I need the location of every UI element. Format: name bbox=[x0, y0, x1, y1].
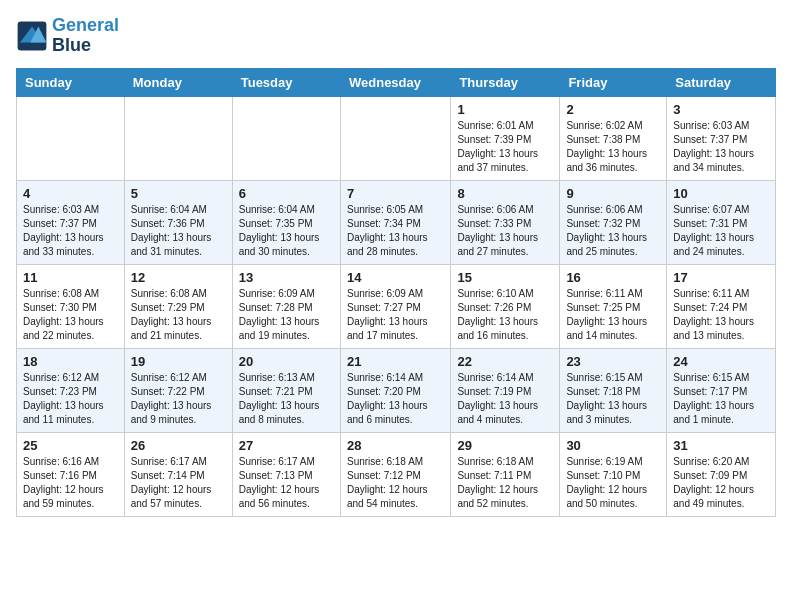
day-info: Sunrise: 6:09 AM Sunset: 7:27 PM Dayligh… bbox=[347, 287, 444, 343]
day-info: Sunrise: 6:03 AM Sunset: 7:37 PM Dayligh… bbox=[23, 203, 118, 259]
calendar-cell: 27Sunrise: 6:17 AM Sunset: 7:13 PM Dayli… bbox=[232, 432, 340, 516]
calendar-cell: 9Sunrise: 6:06 AM Sunset: 7:32 PM Daylig… bbox=[560, 180, 667, 264]
calendar-cell: 14Sunrise: 6:09 AM Sunset: 7:27 PM Dayli… bbox=[340, 264, 450, 348]
day-info: Sunrise: 6:10 AM Sunset: 7:26 PM Dayligh… bbox=[457, 287, 553, 343]
day-number: 14 bbox=[347, 270, 444, 285]
calendar-cell: 17Sunrise: 6:11 AM Sunset: 7:24 PM Dayli… bbox=[667, 264, 776, 348]
day-info: Sunrise: 6:08 AM Sunset: 7:29 PM Dayligh… bbox=[131, 287, 226, 343]
calendar-cell: 20Sunrise: 6:13 AM Sunset: 7:21 PM Dayli… bbox=[232, 348, 340, 432]
calendar-week-1: 1Sunrise: 6:01 AM Sunset: 7:39 PM Daylig… bbox=[17, 96, 776, 180]
calendar-cell: 19Sunrise: 6:12 AM Sunset: 7:22 PM Dayli… bbox=[124, 348, 232, 432]
day-number: 16 bbox=[566, 270, 660, 285]
day-info: Sunrise: 6:19 AM Sunset: 7:10 PM Dayligh… bbox=[566, 455, 660, 511]
day-number: 18 bbox=[23, 354, 118, 369]
day-number: 21 bbox=[347, 354, 444, 369]
calendar-cell: 6Sunrise: 6:04 AM Sunset: 7:35 PM Daylig… bbox=[232, 180, 340, 264]
calendar-cell: 5Sunrise: 6:04 AM Sunset: 7:36 PM Daylig… bbox=[124, 180, 232, 264]
day-number: 30 bbox=[566, 438, 660, 453]
day-info: Sunrise: 6:04 AM Sunset: 7:36 PM Dayligh… bbox=[131, 203, 226, 259]
calendar-cell bbox=[232, 96, 340, 180]
col-header-saturday: Saturday bbox=[667, 68, 776, 96]
calendar-cell: 4Sunrise: 6:03 AM Sunset: 7:37 PM Daylig… bbox=[17, 180, 125, 264]
day-number: 3 bbox=[673, 102, 769, 117]
day-number: 17 bbox=[673, 270, 769, 285]
day-number: 5 bbox=[131, 186, 226, 201]
day-info: Sunrise: 6:03 AM Sunset: 7:37 PM Dayligh… bbox=[673, 119, 769, 175]
col-header-wednesday: Wednesday bbox=[340, 68, 450, 96]
day-info: Sunrise: 6:04 AM Sunset: 7:35 PM Dayligh… bbox=[239, 203, 334, 259]
calendar-cell: 11Sunrise: 6:08 AM Sunset: 7:30 PM Dayli… bbox=[17, 264, 125, 348]
day-info: Sunrise: 6:11 AM Sunset: 7:25 PM Dayligh… bbox=[566, 287, 660, 343]
day-info: Sunrise: 6:06 AM Sunset: 7:33 PM Dayligh… bbox=[457, 203, 553, 259]
col-header-sunday: Sunday bbox=[17, 68, 125, 96]
calendar-week-2: 4Sunrise: 6:03 AM Sunset: 7:37 PM Daylig… bbox=[17, 180, 776, 264]
day-info: Sunrise: 6:05 AM Sunset: 7:34 PM Dayligh… bbox=[347, 203, 444, 259]
day-info: Sunrise: 6:15 AM Sunset: 7:17 PM Dayligh… bbox=[673, 371, 769, 427]
calendar-header-row: SundayMondayTuesdayWednesdayThursdayFrid… bbox=[17, 68, 776, 96]
day-number: 12 bbox=[131, 270, 226, 285]
calendar-cell: 24Sunrise: 6:15 AM Sunset: 7:17 PM Dayli… bbox=[667, 348, 776, 432]
day-info: Sunrise: 6:01 AM Sunset: 7:39 PM Dayligh… bbox=[457, 119, 553, 175]
day-number: 2 bbox=[566, 102, 660, 117]
calendar-cell: 30Sunrise: 6:19 AM Sunset: 7:10 PM Dayli… bbox=[560, 432, 667, 516]
day-number: 26 bbox=[131, 438, 226, 453]
day-number: 13 bbox=[239, 270, 334, 285]
day-number: 27 bbox=[239, 438, 334, 453]
day-info: Sunrise: 6:02 AM Sunset: 7:38 PM Dayligh… bbox=[566, 119, 660, 175]
day-number: 11 bbox=[23, 270, 118, 285]
calendar-cell: 22Sunrise: 6:14 AM Sunset: 7:19 PM Dayli… bbox=[451, 348, 560, 432]
day-info: Sunrise: 6:08 AM Sunset: 7:30 PM Dayligh… bbox=[23, 287, 118, 343]
calendar-cell: 1Sunrise: 6:01 AM Sunset: 7:39 PM Daylig… bbox=[451, 96, 560, 180]
day-info: Sunrise: 6:14 AM Sunset: 7:19 PM Dayligh… bbox=[457, 371, 553, 427]
day-info: Sunrise: 6:12 AM Sunset: 7:22 PM Dayligh… bbox=[131, 371, 226, 427]
calendar-cell bbox=[124, 96, 232, 180]
calendar-cell: 29Sunrise: 6:18 AM Sunset: 7:11 PM Dayli… bbox=[451, 432, 560, 516]
day-info: Sunrise: 6:06 AM Sunset: 7:32 PM Dayligh… bbox=[566, 203, 660, 259]
day-number: 23 bbox=[566, 354, 660, 369]
col-header-tuesday: Tuesday bbox=[232, 68, 340, 96]
calendar-cell: 21Sunrise: 6:14 AM Sunset: 7:20 PM Dayli… bbox=[340, 348, 450, 432]
calendar-cell bbox=[340, 96, 450, 180]
day-number: 9 bbox=[566, 186, 660, 201]
day-info: Sunrise: 6:12 AM Sunset: 7:23 PM Dayligh… bbox=[23, 371, 118, 427]
calendar-cell: 18Sunrise: 6:12 AM Sunset: 7:23 PM Dayli… bbox=[17, 348, 125, 432]
calendar-week-5: 25Sunrise: 6:16 AM Sunset: 7:16 PM Dayli… bbox=[17, 432, 776, 516]
day-number: 7 bbox=[347, 186, 444, 201]
calendar-cell: 23Sunrise: 6:15 AM Sunset: 7:18 PM Dayli… bbox=[560, 348, 667, 432]
calendar-table: SundayMondayTuesdayWednesdayThursdayFrid… bbox=[16, 68, 776, 517]
calendar-cell: 25Sunrise: 6:16 AM Sunset: 7:16 PM Dayli… bbox=[17, 432, 125, 516]
page-header: General Blue bbox=[16, 16, 776, 56]
calendar-cell: 8Sunrise: 6:06 AM Sunset: 7:33 PM Daylig… bbox=[451, 180, 560, 264]
day-number: 8 bbox=[457, 186, 553, 201]
calendar-cell: 31Sunrise: 6:20 AM Sunset: 7:09 PM Dayli… bbox=[667, 432, 776, 516]
day-info: Sunrise: 6:15 AM Sunset: 7:18 PM Dayligh… bbox=[566, 371, 660, 427]
day-number: 4 bbox=[23, 186, 118, 201]
logo: General Blue bbox=[16, 16, 119, 56]
day-info: Sunrise: 6:17 AM Sunset: 7:13 PM Dayligh… bbox=[239, 455, 334, 511]
day-number: 28 bbox=[347, 438, 444, 453]
col-header-thursday: Thursday bbox=[451, 68, 560, 96]
calendar-cell: 28Sunrise: 6:18 AM Sunset: 7:12 PM Dayli… bbox=[340, 432, 450, 516]
col-header-monday: Monday bbox=[124, 68, 232, 96]
logo-icon bbox=[16, 20, 48, 52]
calendar-cell: 10Sunrise: 6:07 AM Sunset: 7:31 PM Dayli… bbox=[667, 180, 776, 264]
day-info: Sunrise: 6:09 AM Sunset: 7:28 PM Dayligh… bbox=[239, 287, 334, 343]
day-info: Sunrise: 6:14 AM Sunset: 7:20 PM Dayligh… bbox=[347, 371, 444, 427]
calendar-cell: 26Sunrise: 6:17 AM Sunset: 7:14 PM Dayli… bbox=[124, 432, 232, 516]
day-number: 1 bbox=[457, 102, 553, 117]
day-number: 31 bbox=[673, 438, 769, 453]
calendar-cell: 3Sunrise: 6:03 AM Sunset: 7:37 PM Daylig… bbox=[667, 96, 776, 180]
day-number: 10 bbox=[673, 186, 769, 201]
col-header-friday: Friday bbox=[560, 68, 667, 96]
day-info: Sunrise: 6:20 AM Sunset: 7:09 PM Dayligh… bbox=[673, 455, 769, 511]
day-number: 6 bbox=[239, 186, 334, 201]
day-number: 22 bbox=[457, 354, 553, 369]
day-number: 25 bbox=[23, 438, 118, 453]
day-info: Sunrise: 6:16 AM Sunset: 7:16 PM Dayligh… bbox=[23, 455, 118, 511]
day-number: 19 bbox=[131, 354, 226, 369]
calendar-cell: 16Sunrise: 6:11 AM Sunset: 7:25 PM Dayli… bbox=[560, 264, 667, 348]
day-number: 29 bbox=[457, 438, 553, 453]
calendar-cell: 15Sunrise: 6:10 AM Sunset: 7:26 PM Dayli… bbox=[451, 264, 560, 348]
calendar-week-3: 11Sunrise: 6:08 AM Sunset: 7:30 PM Dayli… bbox=[17, 264, 776, 348]
day-number: 20 bbox=[239, 354, 334, 369]
